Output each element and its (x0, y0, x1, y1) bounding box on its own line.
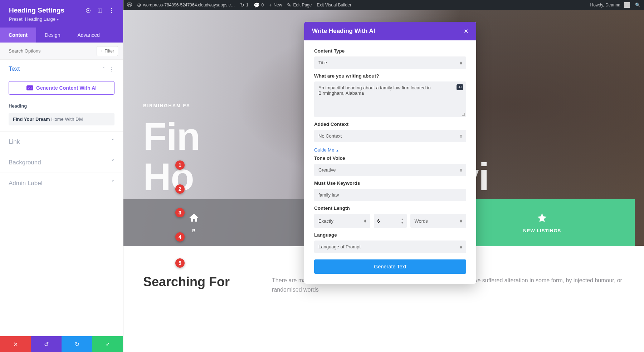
section-text[interactable]: Text ˄ ⋮ (0, 60, 123, 78)
sidebar-tabs: Content Design Advanced (0, 28, 123, 43)
annotation-2: 2 (175, 184, 185, 194)
tab-advanced[interactable]: Advanced (69, 28, 108, 43)
section-admin-label-text: Admin Label (9, 180, 43, 187)
layout-icon[interactable]: ◫ (97, 7, 102, 14)
more-icon[interactable]: ⋮ (109, 7, 114, 14)
main-canvas: ⓦ ⊕wordpress-784896-5247064.cloudwaysapp… (123, 0, 644, 352)
edit-page-item[interactable]: ✎Edit Page (287, 2, 312, 8)
tab-content[interactable]: Content (0, 28, 36, 43)
label-tone: Tone of Voice (314, 155, 466, 161)
ellipsis-icon[interactable]: ⋮ (109, 66, 114, 73)
select-context[interactable]: No Context ▴▾ (314, 130, 466, 142)
input-length-num-value: 6 (377, 218, 380, 224)
exit-builder-item[interactable]: Exit Visual Builder (317, 3, 351, 8)
select-caret-icon: ▴▾ (460, 219, 462, 223)
chevron-down-icon: ▾ (57, 18, 59, 21)
new-label: New (273, 3, 282, 8)
cancel-button[interactable]: ✕ (0, 336, 31, 352)
content-heading: Searching For (143, 274, 250, 289)
sidebar-header: Heading Settings ⦿ ◫ ⋮ Preset: Heading L… (0, 0, 123, 28)
label-context: Added Context (314, 122, 466, 127)
new-item[interactable]: +New (269, 2, 282, 8)
chevron-down-icon: ˅ (111, 179, 114, 187)
search-input[interactable] (5, 45, 97, 56)
wp-logo-icon[interactable]: ⓦ (127, 2, 132, 8)
generate-content-button[interactable]: AI Generate Content With AI (9, 81, 114, 95)
updates-item[interactable]: ↻1 (240, 2, 249, 8)
section-link-label: Link (9, 138, 20, 145)
chevron-down-icon: ˅ (111, 159, 114, 166)
label-length: Content Length (314, 205, 466, 211)
undo-button[interactable]: ↺ (31, 336, 62, 352)
select-length-unit[interactable]: Words ▴▾ (410, 214, 467, 228)
select-tone-value: Creative (318, 167, 336, 173)
content-paragraph: There are many varia of passages of Lore… (272, 274, 624, 352)
card-buy[interactable]: B (123, 199, 264, 246)
select-caret-icon: ▴▾ (460, 134, 462, 138)
heading-field-label: Heading (0, 101, 123, 111)
guide-me-link[interactable]: Guide Me▲ (314, 147, 339, 153)
wp-admin-bar: ⓦ ⊕wordpress-784896-5247064.cloudwaysapp… (123, 0, 644, 10)
generate-content-label: Generate Content With AI (36, 85, 97, 91)
close-icon[interactable]: ✕ (464, 28, 468, 35)
select-length-unit-value: Words (415, 218, 428, 224)
card-new[interactable]: NEW LISTINGS (450, 199, 635, 246)
label-keywords: Must Use Keywords (314, 180, 466, 186)
search-icon[interactable]: 🔍 (635, 3, 640, 8)
filter-button[interactable]: + Filter (97, 46, 118, 56)
heading-input[interactable]: Find Your Dream Home With Divi (9, 113, 114, 125)
sidebar-title: Heading Settings (9, 6, 64, 14)
card-buy-label: B (192, 228, 196, 233)
comments-count: 0 (262, 3, 264, 8)
annotation-3: 3 (175, 208, 185, 217)
textarea-about-field[interactable] (318, 85, 453, 106)
redo-button[interactable]: ↻ (62, 336, 92, 352)
settings-sidebar: Heading Settings ⦿ ◫ ⋮ Preset: Heading L… (0, 0, 123, 352)
preset-label: Preset: Heading Large (9, 16, 55, 22)
resize-handle[interactable] (461, 112, 465, 116)
select-caret-icon: ▴▾ (460, 61, 462, 65)
filter-label: Filter (104, 49, 114, 54)
select-length-mode[interactable]: Exactly ▴▾ (314, 214, 370, 228)
stepper-icon[interactable]: ▴▾ (401, 217, 403, 224)
textarea-about[interactable]: AI (314, 81, 466, 117)
select-tone[interactable]: Creative ▴▾ (314, 164, 466, 176)
label-language: Language (314, 232, 466, 238)
annotation-4: 4 (175, 232, 185, 242)
section-admin-label[interactable]: Admin Label ˅ (0, 173, 123, 193)
section-background-label: Background (9, 159, 41, 166)
heading-value-bold: Find Your Dream (13, 116, 50, 122)
hero-title-part1: Fin (143, 115, 200, 158)
select-language[interactable]: Language of Prompt ▴▾ (314, 241, 466, 253)
tab-design[interactable]: Design (36, 28, 69, 43)
howdy-user[interactable]: Howdy, Deanna (590, 2, 630, 8)
select-language-value: Language of Prompt (318, 244, 361, 249)
section-background[interactable]: Background ˅ (0, 152, 123, 173)
ai-icon[interactable]: AI (457, 84, 463, 90)
card-new-label: NEW LISTINGS (523, 228, 561, 233)
generate-text-button[interactable]: Generate Text (314, 259, 466, 274)
site-switcher[interactable]: ⊕wordpress-784896-5247064.cloudwaysapps.… (137, 2, 235, 8)
chevron-down-icon: ˅ (111, 138, 114, 145)
hero-title-part2: Ho (143, 155, 194, 198)
chevron-up-icon: ˄ (103, 66, 105, 72)
site-url: wordpress-784896-5247064.cloudwaysapps.c… (143, 3, 235, 8)
focus-icon[interactable]: ⦿ (86, 8, 91, 14)
annotation-5: 5 (175, 258, 185, 268)
input-keywords[interactable] (314, 189, 466, 201)
sidebar-actions: ✕ ↺ ↻ ✓ (0, 336, 123, 352)
edit-page-label: Edit Page (293, 3, 312, 8)
section-link[interactable]: Link ˅ (0, 131, 123, 152)
select-caret-icon: ▴▾ (364, 219, 366, 223)
avatar (624, 2, 630, 8)
save-button[interactable]: ✓ (92, 336, 123, 352)
preset-dropdown[interactable]: Preset: Heading Large▾ (9, 16, 114, 22)
guide-me-label: Guide Me (314, 147, 334, 153)
input-length-num[interactable]: 6 ▴▾ (374, 214, 407, 228)
updates-count: 1 (246, 3, 249, 8)
comments-item[interactable]: 💬0 (254, 2, 264, 8)
howdy-label: Howdy, Deanna (590, 3, 621, 8)
select-content-type[interactable]: Title ▴▾ (314, 56, 466, 69)
select-caret-icon: ▴▾ (460, 245, 462, 249)
annotation-1: 1 (175, 160, 185, 170)
